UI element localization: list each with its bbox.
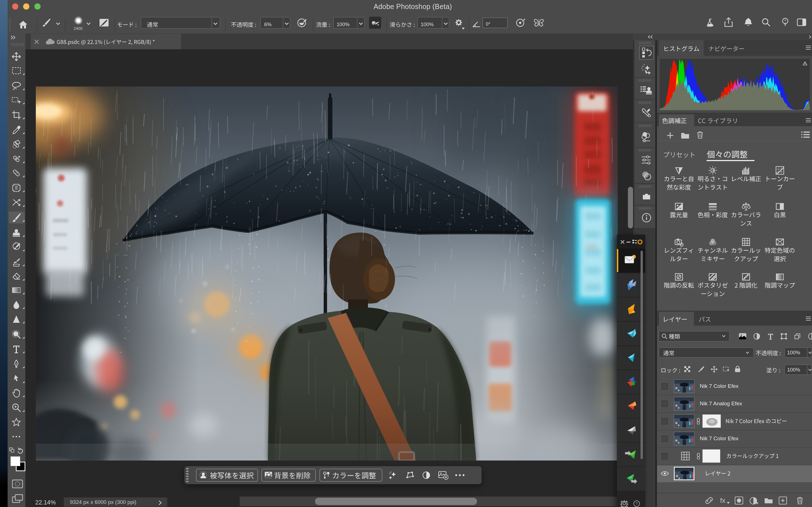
svg-text:?: ?	[636, 501, 638, 506]
